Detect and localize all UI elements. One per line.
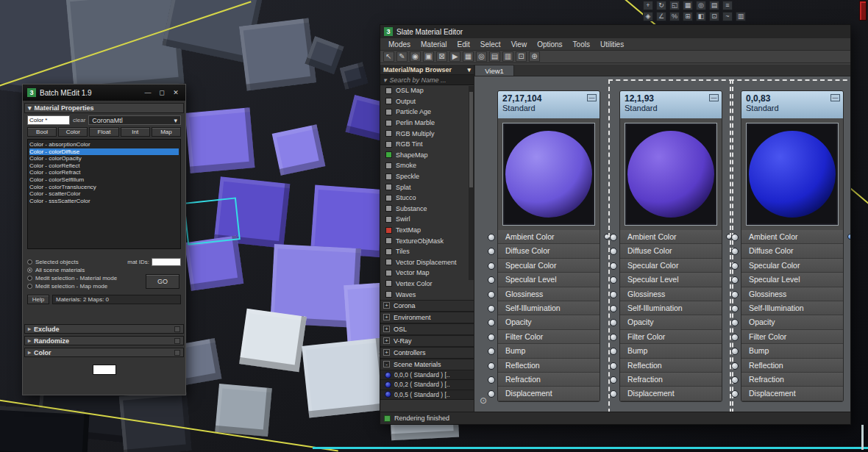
rollout-color[interactable]: ▸Color	[24, 348, 184, 357]
browser-map-item[interactable]: Perlin Marble	[380, 118, 474, 129]
browser-map-item[interactable]: Splat	[380, 182, 474, 193]
node-slot-glossiness[interactable]: Glossiness	[620, 287, 722, 301]
node-preview[interactable]	[502, 123, 595, 226]
node-slot-glossiness[interactable]: Glossiness	[741, 287, 843, 301]
material-id-channel-icon[interactable]: ⊡	[516, 51, 527, 62]
use-pivot-center-icon[interactable]: ◎	[696, 1, 706, 10]
menu-material[interactable]: Material	[416, 40, 452, 49]
make-preview-icon[interactable]: ▶	[449, 51, 460, 62]
browser-map-item[interactable]: RGB Multiply	[380, 128, 474, 139]
help-button[interactable]: Help	[27, 295, 49, 304]
node-slot-filter-color[interactable]: Filter Color	[741, 330, 843, 344]
browser-map-item[interactable]: Vector Displacement	[380, 257, 474, 268]
param-item[interactable]: Color - colorTranslucency	[29, 184, 179, 191]
node-slot-specular-level[interactable]: Specular Level	[498, 273, 600, 287]
node-output-socket[interactable]	[847, 234, 850, 240]
node-slot-displacement[interactable]: Displacement	[741, 387, 843, 401]
node-slot-ambient-color[interactable]: Ambient Color	[620, 230, 722, 244]
browser-map-item[interactable]: Smoke	[380, 160, 474, 171]
browser-map-item[interactable]: TextureObjMask	[380, 235, 474, 246]
go-button[interactable]: GO	[146, 274, 179, 289]
browser-group-osl[interactable]: +OSL	[380, 323, 474, 335]
pick-material-from-object-icon[interactable]: ✎	[396, 51, 408, 62]
node-slot-ambient-color[interactable]: Ambient Color	[741, 230, 843, 244]
radio-icon[interactable]	[27, 268, 32, 273]
slate-material-editor-window[interactable]: 3 Slate Material Editor ModesMaterialEdi…	[380, 24, 851, 425]
node-slot-specular-level[interactable]: Specular Level	[620, 273, 722, 287]
param-item[interactable]: Color - colorRefract	[29, 169, 179, 176]
browser-map-item[interactable]: RGB Tint	[380, 139, 474, 150]
rollout-corner-box[interactable]	[174, 350, 180, 356]
param-item[interactable]: Color - scatterColor	[29, 190, 179, 198]
param-item[interactable]: Color - colorOpacity	[29, 155, 179, 162]
node-slot-bump[interactable]: Bump	[741, 344, 843, 358]
node-slot-reflection[interactable]: Reflection	[498, 359, 600, 373]
scrollbar-thumb[interactable]	[469, 92, 473, 187]
material-map-browser[interactable]: Material/Map Browser ▾ ▾ Search by Name …	[380, 65, 474, 412]
node-slot-specular-color[interactable]: Specular Color	[620, 259, 722, 273]
material-node[interactable]: 0,0,83Standard—Ambient ColorDiffuse Colo…	[741, 90, 844, 402]
browser-map-item[interactable]: OSL Map	[380, 85, 474, 96]
reset-preview-icon[interactable]: ⊠	[436, 51, 447, 62]
render-production-icon[interactable]	[859, 1, 867, 21]
close-icon[interactable]: ✕	[171, 89, 181, 96]
navigation-lock-icon[interactable]: ⊙	[480, 395, 487, 406]
node-slot-diffuse-color[interactable]: Diffuse Color	[741, 244, 843, 258]
radio-option-all-scene-materials[interactable]: All scene materials	[27, 266, 181, 274]
select-and-move-icon[interactable]: +	[643, 1, 653, 10]
type-button-color[interactable]: Color	[58, 127, 88, 137]
browser-map-item[interactable]: Particle Age	[380, 107, 474, 118]
tab-view1[interactable]: View1	[474, 65, 514, 76]
node-slot-specular-level[interactable]: Specular Level	[741, 273, 843, 287]
browser-map-item[interactable]: Speckle	[380, 171, 474, 182]
select-and-rotate-icon[interactable]: ↻	[656, 1, 666, 10]
type-button-float[interactable]: Float	[89, 127, 118, 137]
param-item[interactable]: Color - colorReflect	[29, 162, 179, 170]
menu-view[interactable]: View	[506, 40, 533, 49]
node-slot-self-illumination[interactable]: Self-Illumination	[498, 301, 600, 315]
param-item[interactable]: Color - sssScatterColor	[29, 198, 179, 205]
node-minimize-button[interactable]: —	[830, 94, 840, 101]
node-slot-specular-color[interactable]: Specular Color	[498, 259, 600, 273]
select-and-manipulate-icon[interactable]: ▤	[709, 1, 719, 10]
clear-filter-link[interactable]: clear	[73, 117, 85, 123]
node-slot-displacement[interactable]: Displacement	[620, 387, 722, 401]
browser-map-item[interactable]: Vector Map	[380, 268, 474, 279]
color-swatch[interactable]	[93, 365, 116, 375]
expand-toggle-icon[interactable]: +	[383, 314, 390, 320]
spinner-snap-icon[interactable]: ⊞	[683, 12, 693, 21]
browser-map-item[interactable]: Vertex Color	[380, 279, 474, 290]
browser-scrollbar[interactable]	[469, 86, 474, 280]
select-and-scale-icon[interactable]: ◱	[669, 1, 680, 10]
node-slot-opacity[interactable]: Opacity	[620, 315, 722, 329]
align-icon[interactable]: ⊡	[709, 12, 719, 21]
radio-icon[interactable]	[27, 284, 32, 289]
rollout-exclude[interactable]: ▸Exclude	[24, 324, 184, 334]
rollout-randomize[interactable]: ▸Randomize	[24, 336, 184, 345]
menu-tools[interactable]: Tools	[568, 40, 595, 49]
node-slot-glossiness[interactable]: Glossiness	[498, 287, 600, 301]
node-canvas[interactable]: 27,17,104Standard—Ambient ColorDiffuse C…	[474, 76, 850, 412]
node-slot-refraction[interactable]: Refraction	[620, 373, 722, 387]
menu-edit[interactable]: Edit	[452, 40, 475, 49]
rollout-corner-box[interactable]	[174, 338, 180, 344]
material-node[interactable]: 12,1,93Standard—Ambient ColorDiffuse Col…	[619, 90, 722, 402]
node-header[interactable]: 12,1,93Standard—	[620, 91, 722, 118]
node-slot-ambient-color[interactable]: Ambient Color	[498, 230, 600, 244]
node-slot-bump[interactable]: Bump	[620, 344, 722, 358]
node-slot-opacity[interactable]: Opacity	[498, 315, 600, 329]
browser-map-item[interactable]: ShapeMap	[380, 150, 474, 161]
node-output-socket[interactable]	[604, 234, 610, 240]
curve-editor-icon[interactable]: ~	[722, 12, 733, 21]
expand-toggle-icon[interactable]: +	[383, 337, 390, 344]
schematic-view-icon[interactable]: ▥	[736, 12, 746, 21]
type-button-bool[interactable]: Bool	[27, 127, 57, 137]
type-button-int[interactable]: Int	[121, 127, 150, 137]
param-list[interactable]: Color - absorptionColorColor - colorDiff…	[27, 139, 181, 249]
node-slot-self-illumination[interactable]: Self-Illumination	[620, 301, 722, 315]
menu-select[interactable]: Select	[475, 40, 506, 49]
node-slot-displacement[interactable]: Displacement	[498, 387, 600, 401]
menu-modes[interactable]: Modes	[383, 40, 416, 49]
node-slot-refraction[interactable]: Refraction	[498, 373, 600, 387]
lay-out-all-icon[interactable]: ▤	[489, 51, 500, 62]
